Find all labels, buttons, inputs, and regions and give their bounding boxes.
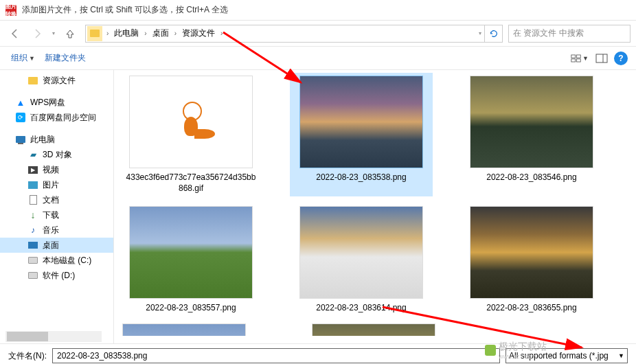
svg-rect-1 (576, 54, 580, 57)
file-thumbnail (470, 206, 593, 299)
help-button[interactable]: ? (614, 52, 628, 65)
desktop-icon (27, 240, 38, 251)
breadcrumb-p1[interactable]: 桌面 (150, 27, 172, 39)
file-list[interactable]: 433ec3f6ed773c77ea356724d35bb868.gif2022… (114, 70, 636, 343)
file-item[interactable]: 2022-08-23_083557.png (122, 206, 260, 314)
sidebar-item-label: 文档 (43, 194, 59, 206)
video-icon: ▶ (27, 164, 38, 175)
pic-icon (27, 179, 38, 190)
sidebar[interactable]: 资源文件▲WPS网盘⟳百度网盘同步空间此电脑▰3D 对象▶视频图片文档↓下载♪音… (0, 70, 114, 343)
titlebar: 图片转换 添加图片文件，按 Ctrl 或 Shift 可以多选，按 Ctrl+A… (0, 0, 636, 21)
music-icon: ♪ (27, 225, 38, 236)
folder-icon (27, 75, 38, 86)
doc-icon (27, 194, 38, 205)
main-area: 资源文件▲WPS网盘⟳百度网盘同步空间此电脑▰3D 对象▶视频图片文档↓下载♪音… (0, 70, 636, 343)
sidebar-item-label: 百度网盘同步空间 (30, 112, 96, 124)
baidu-icon: ⟳ (15, 112, 26, 123)
breadcrumb-p2[interactable]: 资源文件 (179, 27, 218, 39)
sidebar-item-label: 桌面 (43, 240, 59, 251)
new-folder-button[interactable]: 新建文件夹 (42, 51, 89, 65)
window-title: 添加图片文件，按 Ctrl 或 Shift 可以多选，按 Ctrl+A 全选 (22, 4, 228, 16)
file-thumbnail (129, 206, 253, 299)
breadcrumb[interactable]: › 此电脑 › 桌面 › 资源文件 › ▾ (85, 25, 503, 43)
svg-rect-2 (571, 58, 576, 61)
bottom-bar: 文件名(N): All supported formats (*.jpg ▼ 打… (0, 343, 636, 364)
file-name: 2022-08-23_083655.png (486, 303, 576, 314)
file-name: 2022-08-23_083546.png (486, 172, 576, 183)
dl-icon: ↓ (27, 209, 38, 220)
search-placeholder: 在 资源文件 中搜索 (513, 27, 584, 39)
file-thumbnail (299, 206, 423, 299)
drive-icon (27, 255, 38, 266)
3d-icon: ▰ (27, 149, 38, 160)
sidebar-item-label: 资源文件 (43, 75, 76, 87)
chevron-right-icon: › (104, 30, 111, 37)
sidebar-item-label: 图片 (43, 179, 59, 191)
sidebar-item-label: 视频 (43, 164, 59, 176)
sidebar-item-label: 3D 对象 (43, 149, 72, 161)
svg-rect-3 (576, 58, 580, 61)
scrollbar[interactable] (5, 331, 102, 342)
file-item[interactable]: 2022-08-23_083614.png (293, 206, 430, 314)
refresh-button[interactable] (484, 25, 502, 43)
file-thumbnail (299, 76, 423, 168)
file-name: 2022-08-23_083538.png (316, 172, 406, 183)
file-name: 2022-08-23_083557.png (146, 303, 236, 314)
chevron-right-icon: › (141, 30, 149, 37)
chevron-right-icon: › (172, 30, 179, 37)
file-item[interactable]: 2022-08-23_083538.png (290, 73, 433, 196)
sidebar-item[interactable]: ▶视频 (0, 162, 113, 177)
sidebar-item-label: 软件 (D:) (43, 270, 75, 282)
svg-rect-4 (596, 54, 607, 62)
svg-rect-0 (571, 54, 576, 57)
sidebar-item[interactable]: 图片 (0, 177, 113, 192)
nav-history-dropdown[interactable]: ▾ (49, 26, 58, 41)
wps-icon: ▲ (15, 97, 26, 108)
file-item[interactable]: 433ec3f6ed773c77ea356724d35bb868.gif (122, 76, 260, 194)
preview-pane-button[interactable] (592, 51, 611, 66)
filename-label: 文件名(N): (8, 350, 47, 362)
file-name: 433ec3f6ed773c77ea356724d35bb868.gif (126, 172, 256, 194)
sidebar-item[interactable]: 此电脑 (0, 132, 113, 147)
breadcrumb-dropdown[interactable]: ▾ (476, 26, 484, 41)
toolbar: 组织▼ 新建文件夹 ▼ ? (0, 47, 636, 70)
partial-row (122, 323, 628, 336)
nav-back-button[interactable] (5, 25, 25, 42)
nav-forward-button[interactable] (27, 25, 47, 42)
sidebar-item-label: WPS网盘 (30, 97, 65, 109)
navbar: ▾ › 此电脑 › 桌面 › 资源文件 › ▾ 在 资源文件 中搜索 (0, 21, 636, 47)
view-mode-button[interactable]: ▼ (570, 51, 589, 66)
search-input[interactable]: 在 资源文件 中搜索 (508, 25, 631, 43)
sidebar-item[interactable]: ⟳百度网盘同步空间 (0, 110, 113, 125)
file-name: 2022-08-23_083614.png (316, 303, 406, 314)
sidebar-item-label: 音乐 (43, 225, 59, 236)
chevron-down-icon: ▼ (618, 352, 624, 359)
sidebar-item[interactable]: 本地磁盘 (C:) (0, 253, 113, 268)
file-thumbnail (470, 76, 593, 168)
sidebar-item[interactable]: ▰3D 对象 (0, 147, 113, 162)
file-item[interactable]: 2022-08-23_083546.png (463, 76, 600, 194)
app-icon: 图片转换 (5, 5, 16, 16)
file-thumbnail (129, 76, 253, 168)
sidebar-item[interactable]: 软件 (D:) (0, 268, 113, 283)
organize-button[interactable]: 组织▼ (8, 51, 38, 65)
nav-up-button[interactable] (60, 25, 80, 42)
sidebar-item[interactable]: 资源文件 (0, 73, 113, 88)
sidebar-item[interactable]: ▲WPS网盘 (0, 95, 113, 110)
drive-icon (27, 270, 38, 281)
sidebar-item[interactable]: 桌面 (0, 238, 113, 253)
sidebar-item[interactable]: ♪音乐 (0, 223, 113, 238)
filename-input[interactable] (52, 348, 500, 363)
pc-icon (15, 134, 26, 145)
file-type-select[interactable]: All supported formats (*.jpg ▼ (506, 348, 628, 363)
folder-icon (87, 26, 102, 41)
file-item[interactable]: 2022-08-23_083655.png (463, 206, 600, 314)
chevron-right-icon: › (218, 30, 225, 37)
sidebar-item[interactable]: ↓下载 (0, 207, 113, 223)
breadcrumb-root[interactable]: 此电脑 (111, 27, 141, 39)
sidebar-item[interactable]: 文档 (0, 192, 113, 207)
sidebar-item-label: 此电脑 (30, 134, 55, 146)
sidebar-item-label: 本地磁盘 (C:) (43, 255, 91, 266)
sidebar-item-label: 下载 (43, 209, 59, 221)
